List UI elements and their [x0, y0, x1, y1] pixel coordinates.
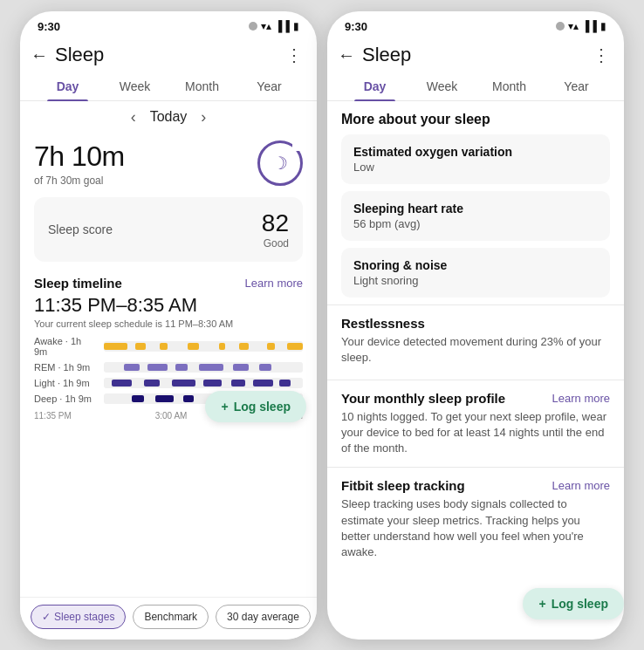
deep-label: Deep · 1h 9m — [34, 393, 97, 404]
plus-icon-left: + — [221, 400, 228, 414]
fitbit-tracking-text: Sleep tracking uses body signals collect… — [341, 496, 610, 560]
restlessness-text: Your device detected movement during 23%… — [341, 334, 610, 366]
duration-hours: 7h — [34, 140, 65, 172]
score-label: Sleep score — [48, 222, 113, 236]
chip-sleep-stages[interactable]: ✓ Sleep stages — [31, 605, 126, 629]
date-label: Today — [150, 109, 188, 125]
fitbit-tracking-title: Fitbit sleep tracking — [341, 478, 465, 493]
timeline-learn-more[interactable]: Learn more — [245, 277, 303, 290]
sleep-icon-circle: ☽ — [257, 140, 303, 186]
camera-dot-left — [249, 22, 257, 31]
more-menu-button-left[interactable]: ⋮ — [285, 44, 303, 65]
status-icons-right: ▾▴ ▐▐ ▮ — [556, 20, 606, 32]
rem-bar — [104, 362, 303, 373]
log-sleep-fab-right[interactable]: + Log sleep — [523, 588, 624, 619]
page-title-left: Sleep — [55, 44, 104, 66]
sleep-duration: 7h 10m of 7h 30m goal — [34, 140, 125, 187]
status-time-left: 9:30 — [38, 20, 60, 33]
chip-benchmark-label: Benchmark — [144, 611, 197, 623]
time-mid: 3:00 AM — [155, 411, 188, 421]
restlessness-section: Restlessness Your device detected moveme… — [327, 312, 624, 373]
rem-label: REM · 1h 9m — [34, 362, 97, 373]
chip-sleep-stages-label: Sleep stages — [54, 611, 114, 623]
signal-icon: ▐▐ — [275, 20, 290, 32]
monthly-profile-title: Your monthly sleep profile — [341, 391, 505, 406]
tab-day-left[interactable]: Day — [34, 72, 101, 100]
battery-icon-right: ▮ — [600, 20, 606, 32]
timeline-row-light: Light · 1h 9m — [34, 378, 303, 388]
monthly-profile-header: Your monthly sleep profile Learn more — [341, 391, 610, 406]
back-button-right[interactable]: ← — [334, 42, 359, 69]
fitbit-tracking-header: Fitbit sleep tracking Learn more — [341, 478, 610, 493]
sleep-summary: 7h 10m of 7h 30m goal ☽ — [20, 133, 317, 197]
status-bar-right: 9:30 ▾▴ ▐▐ ▮ — [327, 11, 624, 37]
light-label: Light · 1h 9m — [34, 378, 97, 388]
fitbit-tracking-section: Fitbit sleep tracking Learn more Sleep t… — [327, 475, 624, 567]
info-card-heart-rate: Sleeping heart rate 56 bpm (avg) — [341, 191, 610, 241]
timeline-section-header: Sleep timeline Learn more — [20, 272, 317, 294]
score-card: Sleep score 82 Good — [34, 197, 303, 262]
tab-year-right[interactable]: Year — [543, 72, 610, 100]
score-rating: Good — [262, 237, 289, 250]
plus-icon-right: + — [538, 597, 545, 611]
timeline-row-rem: REM · 1h 9m — [34, 362, 303, 373]
awake-label: Awake · 1h 9m — [34, 336, 97, 357]
light-bar — [104, 378, 303, 388]
wifi-icon: ▾▴ — [261, 20, 271, 32]
scroll-area-right: More about your sleep Estimated oxygen v… — [327, 101, 624, 640]
duration-minutes: 10m — [72, 140, 125, 172]
tab-month-left[interactable]: Month — [168, 72, 236, 100]
back-button-left[interactable]: ← — [27, 42, 51, 69]
fitbit-learn-more[interactable]: Learn more — [552, 479, 610, 492]
date-nav: ‹ Today › — [20, 101, 317, 133]
chip-30day[interactable]: 30 day average — [216, 605, 311, 629]
sleep-time-range: 11:35 PM–8:35 AM — [20, 294, 317, 318]
left-phone: 9:30 ▾▴ ▐▐ ▮ ← Sleep ⋮ Day Week Month Ye… — [20, 11, 317, 640]
info-card-snoring: Snoring & noise Light snoring — [341, 248, 610, 298]
tab-week-right[interactable]: Week — [408, 72, 476, 100]
tab-week-left[interactable]: Week — [101, 72, 168, 100]
info-card-oxygen: Estimated oxygen variation Low — [341, 134, 610, 184]
next-date-button[interactable]: › — [201, 108, 206, 127]
score-value-wrap: 82 Good — [262, 209, 289, 250]
score-number: 82 — [262, 209, 289, 237]
sleep-schedule-note: Your current sleep schedule is 11 PM–8:3… — [20, 318, 317, 336]
time-start: 11:35 PM — [34, 411, 72, 421]
header-left: ← Sleep ⋮ — [20, 37, 317, 72]
oxygen-card-value: Low — [353, 161, 598, 174]
heart-rate-card-title: Sleeping heart rate — [353, 202, 598, 216]
timeline-title: Sleep timeline — [34, 276, 122, 291]
bottom-chips: ✓ Sleep stages Benchmark 30 day average — [20, 597, 317, 640]
tabs-left: Day Week Month Year — [20, 72, 317, 101]
monthly-profile-section: Your monthly sleep profile Learn more 10… — [327, 387, 624, 461]
prev-date-button[interactable]: ‹ — [131, 108, 136, 127]
chip-30day-label: 30 day average — [227, 611, 299, 623]
heart-rate-card-value: 56 bpm (avg) — [353, 217, 598, 230]
monthly-learn-more[interactable]: Learn more — [552, 392, 610, 405]
status-icons-left: ▾▴ ▐▐ ▮ — [249, 20, 299, 32]
camera-dot-right — [556, 22, 565, 31]
timeline-row-awake: Awake · 1h 9m — [34, 336, 303, 357]
monthly-profile-text: 10 nights logged. To get your next sleep… — [341, 409, 610, 457]
right-phone: 9:30 ▾▴ ▐▐ ▮ ← Sleep ⋮ Day Week Month Ye… — [327, 11, 624, 640]
tab-year-left[interactable]: Year — [236, 72, 303, 100]
restlessness-title: Restlessness — [341, 316, 610, 331]
duration-main: 7h 10m — [34, 140, 125, 173]
divider-1 — [327, 304, 624, 305]
tab-day-right[interactable]: Day — [341, 72, 408, 100]
more-about-title: More about your sleep — [327, 101, 624, 134]
log-sleep-fab-left[interactable]: + Log sleep — [205, 391, 306, 422]
log-sleep-label-right: Log sleep — [552, 597, 608, 611]
duration-goal: of 7h 30m goal — [34, 174, 125, 187]
chip-benchmark[interactable]: Benchmark — [133, 605, 209, 629]
header-right: ← Sleep ⋮ — [327, 37, 624, 72]
signal-icon-right: ▐▐ — [582, 20, 597, 32]
check-icon: ✓ — [42, 611, 51, 623]
status-time-right: 9:30 — [345, 20, 367, 33]
divider-2 — [327, 380, 624, 380]
snoring-card-value: Light snoring — [353, 274, 598, 287]
page-title-right: Sleep — [362, 44, 411, 66]
more-menu-button-right[interactable]: ⋮ — [593, 44, 610, 65]
tab-month-right[interactable]: Month — [476, 72, 543, 100]
wifi-icon-right: ▾▴ — [568, 20, 579, 32]
